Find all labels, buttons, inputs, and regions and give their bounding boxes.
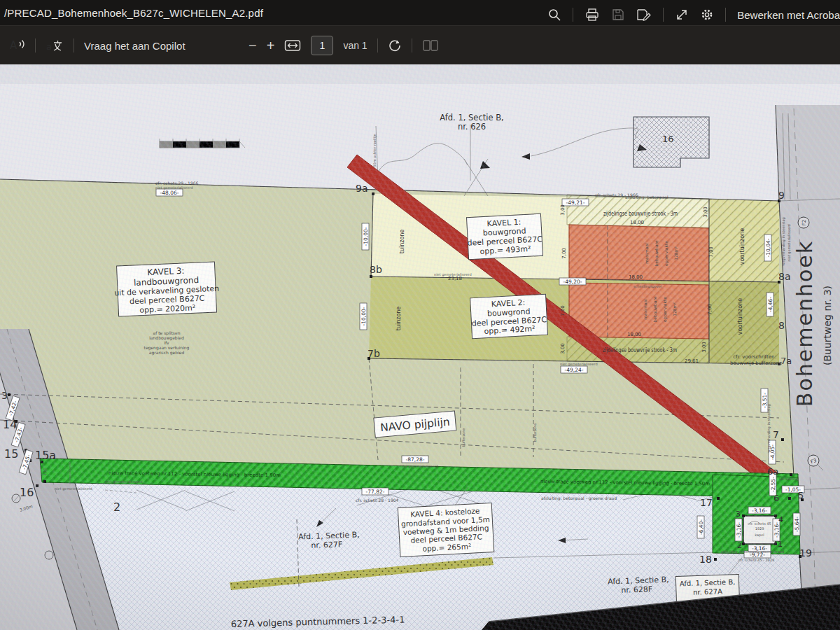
point-number: 7a [780, 356, 792, 366]
plan-note: cfr. schets 28 - 1904 [356, 498, 399, 503]
zone-label: tuinzone [399, 230, 405, 254]
fit-width-button[interactable] [284, 38, 301, 52]
translate-button[interactable]: a [46, 38, 64, 53]
point-number: 8b [370, 264, 382, 275]
measurement-label: -2,55- [770, 477, 776, 492]
svg-text:A: A [10, 39, 18, 52]
zone-label: cfr. voorschriften: [733, 354, 776, 360]
svg-text:bebouwbare: bebouwbare [652, 296, 657, 323]
measurement-label: -10,04- [765, 238, 771, 257]
svg-text:agrarisch gebied: agrarisch gebied [149, 350, 185, 356]
plan-note: niet gemeterialiseerd [105, 479, 143, 484]
plan-note: afsluiting: betonpaal - groene draad [541, 496, 617, 501]
search-icon [547, 8, 561, 22]
point-number: 7 [773, 429, 779, 440]
save-as-button[interactable] [636, 8, 652, 22]
ask-copilot-button[interactable]: Vraag het aan Copilot [84, 40, 186, 52]
kavel3-label: KAVEL 3: landbouwgrond uit de verkavelin… [113, 262, 220, 316]
settings-button[interactable] [700, 8, 714, 22]
point-number: 19 [799, 547, 812, 559]
measurement-label: 23,18 [448, 276, 462, 281]
print-button[interactable] [584, 8, 600, 22]
toolbar-separator [377, 38, 378, 52]
screenshot-stage: /PRECAD_Bohemenhoek_B627c_WICHELEN_A2.pd… [0, 0, 840, 630]
measurement-label: -49,20- [564, 279, 582, 285]
svg-text:(Buurtweg nr. 3): (Buurtweg nr. 3) [822, 286, 833, 365]
plan-note: niet gemeterialiseerd [787, 224, 792, 262]
measurement-label: -77,82- [366, 489, 385, 495]
point-number: 15 [4, 447, 18, 461]
svg-text:1929: 1929 [755, 526, 764, 531]
plan-note: bufferzone [461, 428, 465, 447]
fit-width-icon [284, 38, 301, 52]
measurement-label: 18,00 [629, 274, 643, 280]
measurement-label: 18,00 [630, 220, 644, 225]
toolbar-separator [573, 8, 573, 22]
measurement-label: -49,21- [566, 200, 585, 206]
page-number-input[interactable]: 1 [311, 36, 333, 55]
pdf-page[interactable]: -48,06- -49,21- -49,20- -49,24- -87,28- … [0, 64, 840, 630]
plan-note: niet gemeterialiseerd [400, 464, 438, 469]
point-number: 14 [3, 418, 17, 431]
plan-note: cfr. schets 29 - 1966 [155, 181, 199, 186]
svg-text:oppervlakte: oppervlakte [664, 241, 669, 266]
read-aloud-button[interactable]: A [8, 38, 25, 53]
zone-label: voortuinzone [739, 228, 746, 265]
plan-note: cfr. schets 45 - 1929 [738, 558, 774, 562]
plan-note: niet gemeterialiseerd [434, 272, 472, 277]
plan-note: niet gemeterialiseerd [55, 486, 92, 491]
measurement-label: 7,00 [708, 246, 714, 258]
plan-note: niet gemeterialiseerd [560, 362, 598, 367]
svg-text:bebouwbare: bebouwbare [654, 240, 659, 267]
marker-label: F2 [802, 220, 807, 225]
measurement-label: 3,00 [560, 343, 566, 354]
toolbar-separator [35, 38, 36, 52]
point-number: 8 [778, 320, 785, 331]
point-number: 18 [699, 554, 712, 565]
svg-text:nr. 628F: nr. 628F [621, 584, 652, 595]
point-number: 9a [356, 183, 368, 194]
measurement-label: 3,00 [703, 206, 708, 218]
plan-note: wegverharding in steenslag [766, 404, 771, 452]
measurement-label: 1,50 [43, 468, 47, 475]
svg-text:Bohemenhoek: Bohemenhoek [792, 240, 817, 407]
search-button[interactable] [547, 8, 561, 22]
measurement-label: 7,00 [561, 248, 567, 259]
zoom-out-button[interactable]: − [248, 38, 257, 54]
measurement-label: -3,16- [736, 522, 742, 538]
svg-text:Afd. 1, Sectie B,: Afd. 1, Sectie B, [440, 113, 503, 122]
measurement-label: -49,24- [565, 367, 584, 373]
svg-text:maximaal: maximaal [644, 243, 649, 264]
page-count-label: van 1 [343, 40, 367, 51]
measurement-label: 3,00 [701, 342, 707, 353]
kavel1-label: KAVEL 1: bouwgrond deel perceel B627C op… [466, 214, 544, 260]
point-number: 2 [113, 500, 120, 514]
edit-with-acrobat-button[interactable]: Bewerken met Acroba [737, 9, 840, 21]
plan-note: 50m achter rooilijn [372, 134, 377, 167]
zoom-in-button[interactable]: + [267, 38, 275, 54]
save-button[interactable] [611, 8, 625, 22]
point-number: 16 [662, 134, 674, 144]
point-number: 7b [368, 348, 380, 359]
toolbar-separator [663, 8, 664, 22]
fullscreen-button[interactable] [675, 8, 689, 22]
measurement-label: 7,00 [560, 305, 566, 316]
point-number: 5 [798, 490, 804, 500]
measurement-label: -87,28- [406, 456, 425, 463]
point-number: 3 [1, 390, 8, 401]
print-icon [584, 8, 600, 22]
gear-icon [700, 8, 714, 22]
toolbar-separator [412, 38, 412, 52]
kavel4-label: KAVEL 4: kosteloze grondafstand voor 1,5… [398, 503, 493, 557]
point-number: 1 [778, 540, 783, 549]
page-view-button[interactable] [422, 38, 439, 52]
svg-text:kapel: kapel [755, 533, 764, 538]
measurement-label: -3,16- [774, 522, 780, 538]
measurement-label: -3,16- [752, 507, 767, 514]
toolbar-separator [725, 8, 726, 22]
rotate-button[interactable] [388, 38, 402, 52]
plan-note: niet gemeterialiseerd [155, 186, 193, 190]
point-number: 8a [778, 271, 791, 282]
pdf-filename: /PRECAD_Bohemenhoek_B627c_WICHELEN_A2.pd… [0, 7, 263, 19]
page-view-icon [422, 38, 439, 52]
